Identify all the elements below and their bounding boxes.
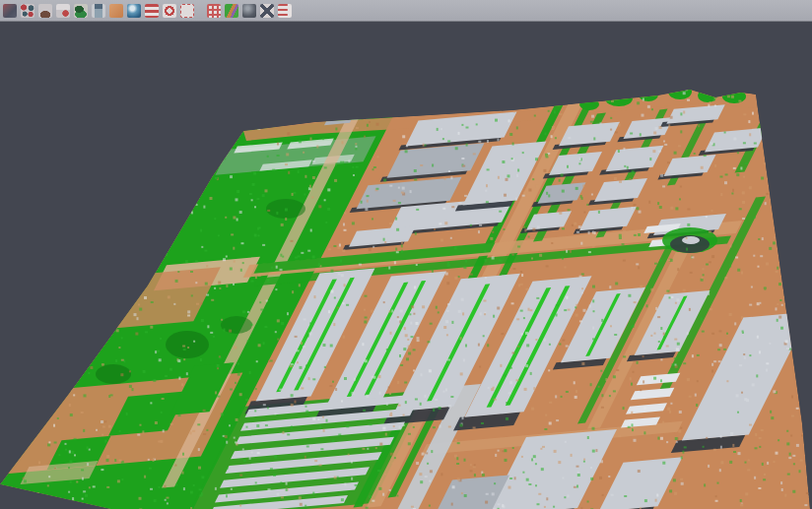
- toolbar: [0, 0, 812, 22]
- image-thumbnail-icon[interactable]: [3, 4, 17, 18]
- orthomosaic-icon[interactable]: [109, 4, 123, 18]
- dem-terrain-icon[interactable]: [38, 4, 52, 18]
- globe-icon[interactable]: [127, 4, 141, 18]
- classification-palette-icon[interactable]: [225, 4, 238, 18]
- viewport-3d[interactable]: [0, 22, 812, 509]
- vegetation-hill-icon[interactable]: [74, 4, 88, 18]
- tree-blob: [579, 98, 599, 110]
- tree-blob: [682, 236, 700, 244]
- building-roof: [352, 108, 378, 120]
- circle-selection-icon[interactable]: [163, 4, 176, 18]
- rect-selection-icon[interactable]: [180, 4, 194, 18]
- plumb-line-icon[interactable]: [92, 4, 105, 18]
- tie-points-icon[interactable]: [21, 4, 34, 18]
- tree-blob: [605, 91, 633, 106]
- tree-blob: [166, 331, 209, 358]
- ground-patch: [52, 234, 135, 268]
- tree-blob: [221, 316, 252, 334]
- tree-blob: [96, 364, 131, 384]
- application-window: [0, 0, 812, 509]
- report-lines-icon[interactable]: [278, 4, 292, 18]
- delete-cross-icon[interactable]: [260, 4, 274, 18]
- terrain-mesh: [0, 84, 812, 509]
- tree-blob: [668, 84, 692, 99]
- scene-render: [0, 22, 812, 509]
- marker-flag-icon[interactable]: [56, 4, 70, 18]
- tree-blob: [639, 88, 658, 101]
- red-table-icon[interactable]: [145, 4, 159, 18]
- tree-blob: [722, 90, 746, 103]
- grid-selection-icon[interactable]: [207, 4, 221, 18]
- tree-blob: [39, 229, 89, 253]
- dense-cloud-sphere-icon[interactable]: [242, 4, 256, 18]
